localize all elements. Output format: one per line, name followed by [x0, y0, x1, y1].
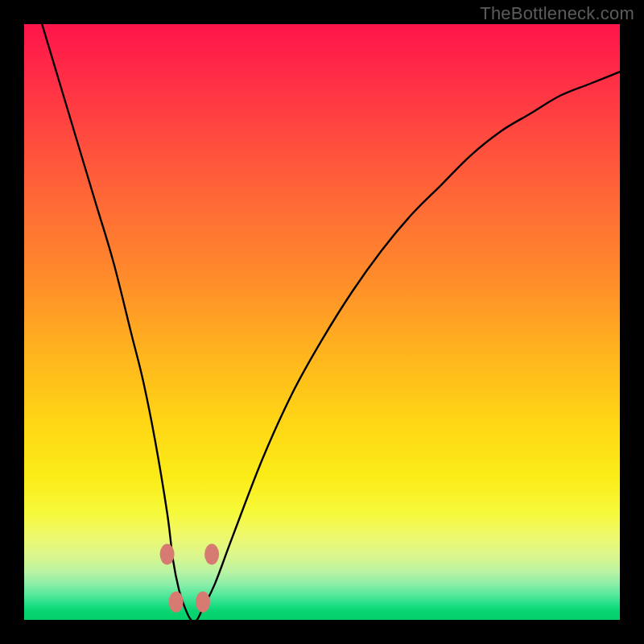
curve-markers — [160, 544, 220, 613]
curve-marker — [196, 592, 210, 613]
curve-marker — [204, 544, 219, 565]
curve-layer — [24, 24, 620, 620]
curve-marker — [160, 544, 175, 565]
chart-frame: TheBottleneck.com — [0, 0, 644, 644]
curve-marker — [169, 592, 184, 613]
plot-area — [24, 24, 620, 620]
watermark-text: TheBottleneck.com — [480, 3, 634, 24]
bottleneck-curve — [42, 24, 620, 620]
